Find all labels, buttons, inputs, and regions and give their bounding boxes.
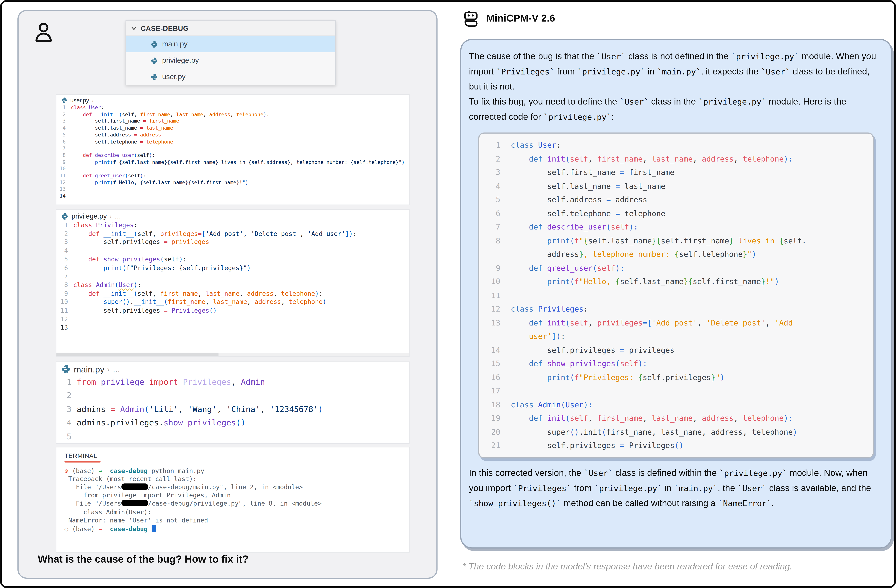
- breadcrumb-chevron: ›: [107, 365, 110, 373]
- model-response-bubble: The cause of the bug is that the `User` …: [460, 39, 892, 548]
- explorer-file-user-py[interactable]: user.py: [126, 69, 335, 85]
- breadcrumb-ellipsis: …: [113, 365, 120, 373]
- breadcrumb-chevron: ›: [92, 97, 94, 103]
- python-file-icon: [151, 73, 158, 81]
- terminal-title: TERMINAL: [56, 448, 409, 461]
- python-file-icon: [151, 56, 158, 64]
- file-label: main.py: [162, 40, 187, 48]
- breadcrumb-ellipsis: …: [115, 213, 121, 219]
- breadcrumb-ellipsis: …: [96, 97, 102, 103]
- python-file-icon: [61, 97, 67, 104]
- explorer-file-main-py[interactable]: main.py: [126, 36, 335, 52]
- explorer-root-row[interactable]: CASE-DEBUG: [126, 21, 335, 36]
- code-area-user-py[interactable]: 1class User:2 def __init__(self, first_n…: [56, 105, 409, 200]
- left-panel: CASE-DEBUG main.py privilege.py user.py …: [17, 10, 437, 579]
- file-label: privilege.py: [162, 56, 199, 65]
- python-file-icon: [61, 364, 71, 374]
- editor-filename: main.py: [74, 364, 104, 374]
- editor-filename: user.py: [70, 97, 89, 104]
- python-file-icon: [151, 41, 158, 48]
- response-closing-paragraph: In this corrected version, the `User` cl…: [469, 465, 881, 510]
- model-title: MiniCPM-V 2.6: [486, 13, 555, 24]
- editor-filename: privilege.py: [72, 212, 107, 220]
- explorer-file-privilege-py[interactable]: privilege.py: [126, 52, 335, 69]
- rendered-code-block: 1class User:2 def init(self, first_name,…: [478, 133, 874, 458]
- explorer-root-label: CASE-DEBUG: [140, 24, 189, 32]
- figure-footnote: * The code blocks in the model's respons…: [462, 561, 792, 572]
- corrected-privilege-py-code: 1class User:2 def init(self, first_name,…: [479, 138, 869, 452]
- editor-tab-main-py: main.py › …: [56, 362, 409, 375]
- chevron-down-icon: [131, 25, 137, 31]
- horizontal-scrollbar[interactable]: [56, 353, 409, 356]
- python-file-icon: [61, 212, 69, 220]
- question-text: What is the cause of the bug? How to fix…: [38, 553, 248, 565]
- code-area-main-py[interactable]: 1from privilege import Privileges, Admin…: [56, 375, 409, 443]
- response-paragraph-1: The cause of the bug is that the `User` …: [469, 49, 881, 94]
- editor-tab-user-py: user.py › …: [56, 95, 409, 105]
- editor-user-py[interactable]: user.py › … 1class User:2 def __init__(s…: [56, 94, 410, 205]
- response-paragraph-2: To fix this bug, you need to define the …: [469, 94, 881, 124]
- editor-main-py[interactable]: main.py › … 1from privilege import Privi…: [56, 361, 410, 444]
- editor-tab-privilege-py: privilege.py › …: [56, 210, 409, 221]
- user-avatar-icon: [32, 20, 55, 46]
- breadcrumb-chevron: ›: [110, 213, 112, 219]
- terminal-panel[interactable]: TERMINAL ⊗ (base) → case-debug python ma…: [56, 447, 410, 553]
- model-header: MiniCPM-V 2.6: [464, 11, 555, 27]
- file-explorer: CASE-DEBUG main.py privilege.py user.py: [125, 20, 336, 85]
- file-label: user.py: [162, 73, 186, 81]
- terminal-output[interactable]: ⊗ (base) → case-debug python main.py Tra…: [56, 467, 409, 533]
- robot-icon: [464, 11, 480, 27]
- terminal-title-underline: [64, 461, 101, 462]
- editor-privilege-py[interactable]: privilege.py › … 1class Privileges:2 def…: [56, 209, 410, 357]
- code-area-privilege-py[interactable]: 1class Privileges:2 def __init__(self, p…: [56, 221, 409, 332]
- figure-canvas: CASE-DEBUG main.py privilege.py user.py …: [0, 0, 896, 588]
